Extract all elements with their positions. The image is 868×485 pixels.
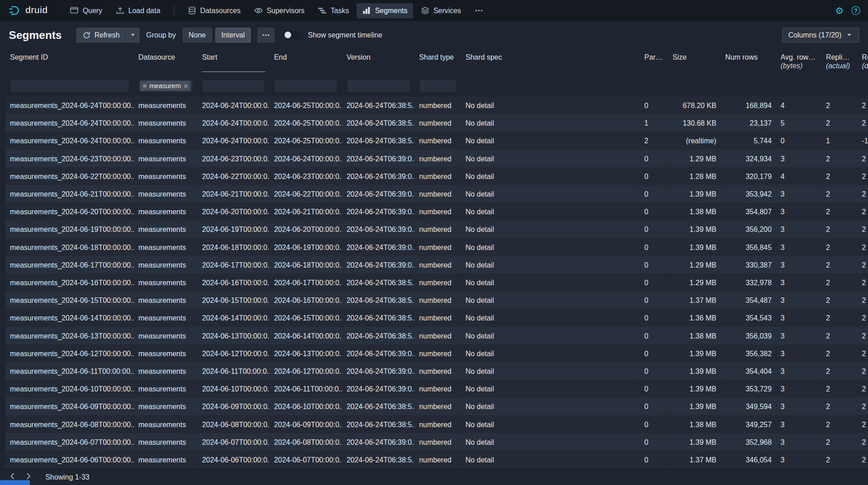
filter-input-version[interactable]	[347, 79, 410, 92]
column-header-size[interactable]: Size	[668, 49, 721, 75]
remove-filter-icon[interactable]: ×	[183, 82, 188, 89]
cell-replicas: 2	[821, 256, 858, 273]
column-header-num_rows[interactable]: Num rows	[721, 49, 776, 75]
column-header-start[interactable]: Start	[197, 49, 269, 75]
cell-avg_row_size: 4	[776, 96, 821, 114]
column-label-avg_row_size: Avg. row size	[780, 53, 817, 61]
cell-replicas: 2	[821, 167, 858, 185]
cell-datasource: measurements	[134, 344, 197, 362]
cell-avg_row_size: 3	[776, 451, 821, 468]
nav-item-query[interactable]: Query	[64, 3, 108, 18]
columns-button[interactable]: Columns (17/20)	[782, 28, 859, 42]
help-icon[interactable]: ?	[851, 6, 860, 15]
cell-end: 2024-06-08T00:00:0...	[270, 433, 342, 451]
cell-shard_spec: No detail	[461, 362, 640, 380]
nav-item-load-data[interactable]: Load data	[110, 3, 166, 18]
nav-item-segments[interactable]: Segments	[357, 3, 413, 18]
cell-segment_id: measurements_2024-06-16T00:00:00....	[5, 273, 134, 291]
group-by-interval-button[interactable]: Interval	[215, 28, 251, 42]
column-header-datasource[interactable]: Datasource	[134, 49, 197, 75]
cell-shard_spec: No detail	[461, 433, 640, 451]
filter-input-shard_type[interactable]	[419, 79, 456, 92]
segment-timeline-switch[interactable]	[284, 30, 301, 39]
cell-shard_type: numbered	[415, 451, 461, 468]
view-controls-bar: Segments Refresh Group by NoneInterval	[0, 21, 868, 49]
filter-cell-partition	[640, 75, 668, 97]
more-options-button[interactable]	[258, 28, 275, 42]
nav-item-more[interactable]	[469, 3, 488, 18]
segment-row[interactable]: measurements_2024-06-14T00:00:00....meas…	[5, 309, 868, 327]
cell-num_rows: 5,744	[721, 132, 776, 150]
cell-datasource: measurements	[134, 202, 197, 220]
segment-row[interactable]: measurements_2024-06-20T00:00:00....meas…	[5, 202, 868, 220]
column-header-replicas[interactable]: Replicas(actual)	[821, 49, 858, 75]
brand[interactable]: druid	[8, 5, 48, 17]
refresh-button[interactable]: Refresh	[76, 28, 126, 42]
column-header-shard_spec[interactable]: Shard spec	[461, 49, 640, 75]
segment-row[interactable]: measurements_2024-06-21T00:00:00....meas…	[5, 185, 868, 202]
segment-row[interactable]: measurements_2024-06-13T00:00:00....meas…	[5, 327, 868, 344]
segment-row[interactable]: measurements_2024-06-07T00:00:00....meas…	[5, 433, 868, 451]
cell-replicas: 2	[821, 114, 858, 132]
cell-start: 2024-06-22T00:00:0...	[197, 167, 269, 185]
segment-row[interactable]: measurements_2024-06-15T00:00:00....meas…	[5, 291, 868, 309]
segment-row[interactable]: measurements_2024-06-19T00:00:00....meas…	[5, 221, 868, 238]
nav-item-label: Supervisors	[267, 6, 305, 14]
cell-start: 2024-06-09T00:00:0...	[197, 398, 269, 415]
segment-row[interactable]: measurements_2024-06-08T00:00:00....meas…	[5, 415, 868, 433]
cell-replicas: 2	[821, 150, 858, 167]
segment-row[interactable]: measurements_2024-06-16T00:00:00....meas…	[5, 273, 868, 291]
column-header-avg_row_size[interactable]: Avg. row size(bytes)	[776, 49, 821, 75]
segment-row[interactable]: measurements_2024-06-11T00:00:00....meas…	[5, 362, 868, 380]
cell-shard_spec: No detail	[461, 150, 640, 167]
filter-input-segment_id[interactable]	[10, 79, 130, 92]
filter-cell-num_rows	[721, 75, 776, 97]
segment-row[interactable]: measurements_2024-06-22T00:00:00....meas…	[5, 167, 868, 185]
column-header-repl_factor[interactable]: Replication factor(desired)	[858, 49, 868, 75]
column-header-partition[interactable]: Partition	[640, 49, 668, 75]
datasource-filter-tag[interactable]: ≡measurem×	[140, 81, 191, 91]
segment-row[interactable]: measurements_2024-06-17T00:00:00....meas…	[5, 256, 868, 273]
segment-row[interactable]: measurements_2024-06-24T00:00:00....meas…	[5, 114, 868, 132]
column-header-version[interactable]: Version	[342, 49, 414, 75]
segment-row[interactable]: measurements_2024-06-10T00:00:00....meas…	[5, 380, 868, 397]
segment-row[interactable]: measurements_2024-06-12T00:00:00....meas…	[5, 344, 868, 362]
nav-item-tasks[interactable]: Tasks	[312, 3, 354, 18]
column-header-end[interactable]: End	[270, 49, 342, 75]
cell-shard_spec: No detail	[461, 167, 640, 185]
refresh-dropdown-button[interactable]	[126, 28, 139, 42]
cell-num_rows: 354,807	[721, 202, 776, 220]
segment-row[interactable]: measurements_2024-06-06T00:00:00....meas…	[5, 451, 868, 468]
segments-tbody: measurements_2024-06-24T00:00:00....meas…	[5, 96, 868, 468]
group-by-label: Group by	[146, 31, 176, 39]
filter-input-start[interactable]	[202, 79, 265, 92]
cell-size: 1.29 MB	[668, 150, 721, 167]
nav-item-datasources[interactable]: Datasources	[182, 3, 246, 18]
cell-shard_spec: No detail	[461, 185, 640, 202]
filter-input-end[interactable]	[274, 79, 338, 92]
column-header-shard_type[interactable]: Shard type	[415, 49, 461, 75]
filter-input-datasource[interactable]: ≡measurem×	[138, 79, 193, 92]
segment-row[interactable]: measurements_2024-06-18T00:00:00....meas…	[5, 238, 868, 256]
cell-start: 2024-06-08T00:00:0...	[197, 415, 269, 433]
nav-item-supervisors[interactable]: Supervisors	[249, 3, 310, 18]
column-label-datasource: Datasource	[138, 53, 193, 61]
nav-item-services[interactable]: Services	[415, 3, 467, 18]
column-sublabel-repl_factor: (desired)	[862, 61, 868, 70]
segment-row[interactable]: measurements_2024-06-09T00:00:00....meas…	[5, 398, 868, 415]
cell-segment_id: measurements_2024-06-22T00:00:00....	[5, 167, 134, 185]
cell-segment_id: measurements_2024-06-18T00:00:00....	[5, 238, 134, 256]
segment-row[interactable]: measurements_2024-06-24T00:00:00....meas…	[5, 132, 868, 150]
group-by-none-button[interactable]: None	[183, 28, 212, 42]
cell-segment_id: measurements_2024-06-11T00:00:00....	[5, 362, 134, 380]
cell-start: 2024-06-18T00:00:0...	[197, 238, 269, 256]
settings-gear-icon[interactable]: ⚙	[835, 6, 844, 15]
cell-datasource: measurements	[134, 380, 197, 397]
cell-size: 1.29 MB	[668, 273, 721, 291]
column-header-segment_id[interactable]: Segment ID	[5, 49, 134, 75]
cell-shard_spec: No detail	[461, 221, 640, 238]
cell-shard_type: numbered	[415, 238, 461, 256]
segment-row[interactable]: measurements_2024-06-24T00:00:00....meas…	[5, 96, 868, 114]
segment-row[interactable]: measurements_2024-06-23T00:00:00....meas…	[5, 150, 868, 167]
cell-version: 2024-06-24T06:38:5...	[342, 415, 414, 433]
